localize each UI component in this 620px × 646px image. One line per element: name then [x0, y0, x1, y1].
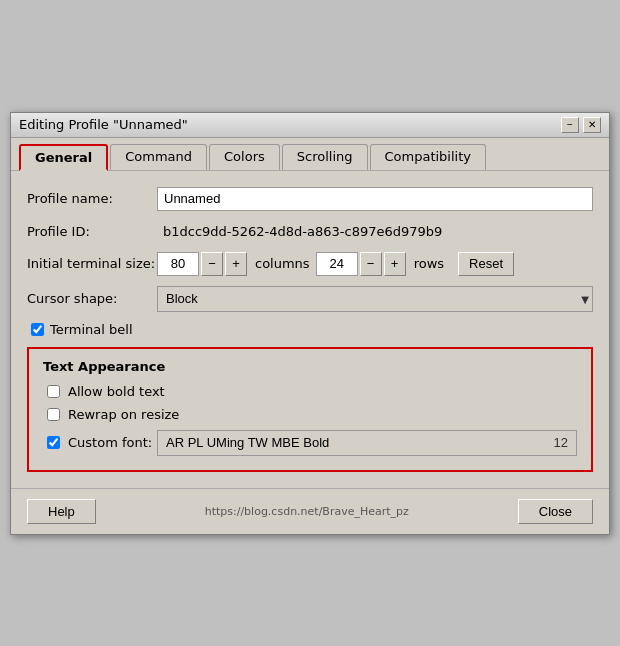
custom-font-checkbox[interactable] — [47, 436, 60, 449]
terminal-bell-label: Terminal bell — [50, 322, 133, 337]
text-appearance-section: Text Appearance Allow bold text Rewrap o… — [27, 347, 593, 472]
allow-bold-checkbox[interactable] — [47, 385, 60, 398]
custom-font-label-area: Custom font: — [47, 435, 157, 450]
rows-unit: rows — [414, 256, 444, 271]
reset-button[interactable]: Reset — [458, 252, 514, 276]
allow-bold-label: Allow bold text — [68, 384, 165, 399]
rows-decrement-button[interactable]: − — [360, 252, 382, 276]
custom-font-row: Custom font: AR PL UMing TW MBE Bold 12 — [43, 430, 577, 456]
terminal-bell-checkbox[interactable] — [31, 323, 44, 336]
profile-id-value: b1dcc9dd-5262-4d8d-a863-c897e6d979b9 — [157, 221, 593, 242]
content-area: Profile name: Profile ID: b1dcc9dd-5262-… — [11, 171, 609, 488]
close-button[interactable]: ✕ — [583, 117, 601, 133]
columns-unit: columns — [255, 256, 310, 271]
footer: Help https://blog.csdn.net/Brave_Heart_p… — [11, 488, 609, 534]
allow-bold-row: Allow bold text — [43, 384, 577, 399]
profile-name-input[interactable] — [157, 187, 593, 211]
cursor-shape-select-wrapper: Block ▼ — [157, 286, 593, 312]
title-bar-buttons: − ✕ — [561, 117, 601, 133]
title-bar: Editing Profile "Unnamed" − ✕ — [11, 113, 609, 138]
custom-font-label: Custom font: — [68, 435, 152, 450]
tab-command[interactable]: Command — [110, 144, 207, 170]
minimize-button[interactable]: − — [561, 117, 579, 133]
terminal-size-label: Initial terminal size: — [27, 256, 157, 271]
terminal-size-row: Initial terminal size: − + columns − + r… — [27, 252, 593, 276]
tab-compatibility[interactable]: Compatibility — [370, 144, 487, 170]
text-appearance-title: Text Appearance — [43, 359, 577, 374]
help-button[interactable]: Help — [27, 499, 96, 524]
columns-decrement-button[interactable]: − — [201, 252, 223, 276]
main-window: Editing Profile "Unnamed" − ✕ General Co… — [10, 112, 610, 535]
rows-group: − + rows — [316, 252, 450, 276]
tab-colors[interactable]: Colors — [209, 144, 280, 170]
font-name: AR PL UMing TW MBE Bold — [166, 435, 329, 450]
tab-scrolling[interactable]: Scrolling — [282, 144, 368, 170]
rewrap-label: Rewrap on resize — [68, 407, 179, 422]
columns-increment-button[interactable]: + — [225, 252, 247, 276]
rewrap-row: Rewrap on resize — [43, 407, 577, 422]
cursor-shape-row: Cursor shape: Block ▼ — [27, 286, 593, 312]
window-title: Editing Profile "Unnamed" — [19, 117, 188, 132]
tab-general[interactable]: General — [19, 144, 108, 171]
rows-input[interactable] — [316, 252, 358, 276]
cursor-shape-label: Cursor shape: — [27, 291, 157, 306]
terminal-bell-row: Terminal bell — [27, 322, 593, 337]
tab-bar: General Command Colors Scrolling Compati… — [11, 138, 609, 171]
rewrap-checkbox[interactable] — [47, 408, 60, 421]
font-picker-button[interactable]: AR PL UMing TW MBE Bold 12 — [157, 430, 577, 456]
columns-group: − + columns — [157, 252, 316, 276]
close-dialog-button[interactable]: Close — [518, 499, 593, 524]
profile-id-label: Profile ID: — [27, 224, 157, 239]
columns-input[interactable] — [157, 252, 199, 276]
rows-increment-button[interactable]: + — [384, 252, 406, 276]
footer-url: https://blog.csdn.net/Brave_Heart_pz — [205, 505, 409, 518]
profile-id-row: Profile ID: b1dcc9dd-5262-4d8d-a863-c897… — [27, 221, 593, 242]
cursor-shape-select[interactable]: Block — [157, 286, 593, 312]
profile-name-label: Profile name: — [27, 191, 157, 206]
font-size: 12 — [554, 435, 568, 450]
profile-name-row: Profile name: — [27, 187, 593, 211]
